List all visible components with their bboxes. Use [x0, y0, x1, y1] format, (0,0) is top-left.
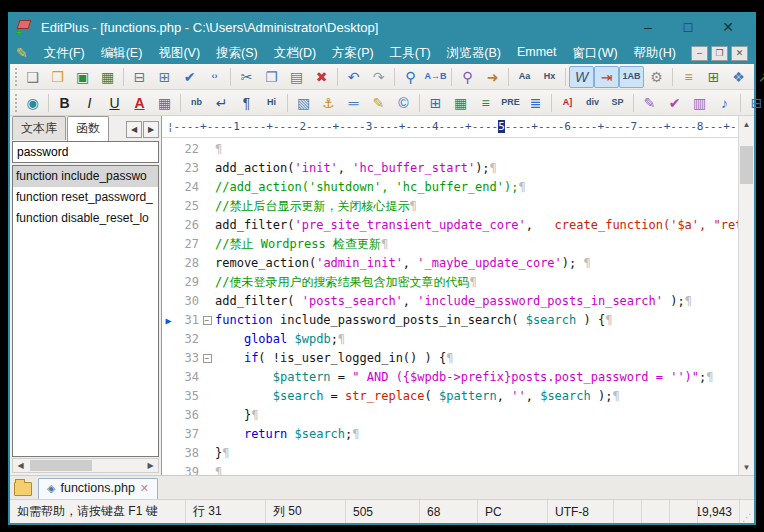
browser-button[interactable]: ◉: [20, 92, 45, 114]
menu-item-5[interactable]: 文档(D): [266, 43, 324, 64]
menu-item-2[interactable]: 编辑(E): [93, 43, 151, 64]
find-button[interactable]: ⚲: [398, 66, 423, 88]
cut-button[interactable]: ✂: [234, 66, 259, 88]
split-window-button[interactable]: ⊞: [701, 66, 726, 88]
word-wrap-button[interactable]: W: [569, 66, 594, 88]
auto-indent-button[interactable]: ⇥: [594, 66, 619, 88]
sidebar-tab-scroll-right-button[interactable]: ▶: [143, 121, 159, 138]
function-list-item[interactable]: function disable_reset_lo: [13, 208, 158, 229]
heading-button[interactable]: Hi: [259, 92, 284, 114]
scrollbar-thumb[interactable]: [30, 460, 92, 471]
delete-button[interactable]: ✖: [309, 66, 334, 88]
code-text: return $search;¶: [215, 425, 738, 444]
text-field-button[interactable]: ⊟: [744, 92, 764, 114]
underline-button[interactable]: U: [102, 92, 127, 114]
minimize-button[interactable]: –: [628, 13, 668, 41]
editor-vertical-scrollbar[interactable]: ▲ ▼: [738, 116, 754, 475]
fold-toggle-icon[interactable]: −: [199, 311, 215, 330]
open-file-button[interactable]: ❒: [45, 66, 70, 88]
horizontal-rule-button[interactable]: ═: [341, 92, 366, 114]
preformatted-button[interactable]: PRE: [498, 92, 523, 114]
menu-item-4[interactable]: 搜索(S): [208, 43, 266, 64]
sidebar-horizontal-scrollbar[interactable]: ◀ ▶: [12, 458, 159, 473]
anchor-button[interactable]: ⚓: [316, 92, 341, 114]
save-all-button[interactable]: ▦: [95, 66, 120, 88]
scroll-right-icon[interactable]: ▶: [143, 459, 158, 472]
menu-item-8[interactable]: 浏览器(B): [439, 43, 509, 64]
mdi-close-button[interactable]: ✕: [731, 46, 748, 61]
insert-audio-button[interactable]: ♪: [712, 92, 737, 114]
menu-item-1[interactable]: 文件(F): [36, 43, 93, 64]
view-in-browser-button[interactable]: ↗: [751, 66, 764, 88]
undo-button[interactable]: ↶: [341, 66, 366, 88]
html-tags-button[interactable]: ‹›: [202, 66, 227, 88]
sidebar-tab-cliptext[interactable]: 文本库: [12, 116, 66, 140]
new-file-button[interactable]: ❑: [20, 66, 45, 88]
tab-functions-php[interactable]: ◈ functions.php ✕: [38, 478, 158, 499]
insert-video-button[interactable]: ▥: [687, 92, 712, 114]
non-breaking-space-button[interactable]: nb: [184, 92, 209, 114]
maximize-button[interactable]: □: [668, 13, 708, 41]
bold-button[interactable]: B: [52, 92, 77, 114]
insert-image-button[interactable]: ▧: [291, 92, 316, 114]
insert-note-button[interactable]: ✎: [366, 92, 391, 114]
form-field-button[interactable]: ✎: [637, 92, 662, 114]
color-palette-button[interactable]: ▦: [152, 92, 177, 114]
find-in-files-button[interactable]: ⚲: [455, 66, 480, 88]
italic-button[interactable]: I: [77, 92, 102, 114]
goto-line-button[interactable]: ➜: [480, 66, 505, 88]
div-tag-button[interactable]: div: [580, 92, 605, 114]
menu-item-6[interactable]: 方案(P): [324, 43, 382, 64]
span-tag-button[interactable]: SP: [605, 92, 630, 114]
sidebar-tab-functions[interactable]: 函数: [67, 116, 109, 141]
print-preview-button[interactable]: ⊟: [127, 66, 152, 88]
copyright-char-button[interactable]: ©: [391, 92, 416, 114]
fold-toggle-icon[interactable]: −: [199, 349, 215, 368]
spell-check-button[interactable]: ✔: [177, 66, 202, 88]
save-button[interactable]: ▣: [70, 66, 95, 88]
line-break-button[interactable]: ↵: [209, 92, 234, 114]
font-tag-button[interactable]: A]: [555, 92, 580, 114]
line-numbers-button[interactable]: 1AB: [619, 66, 644, 88]
toolbar-separator: [508, 68, 509, 86]
hex-viewer-button[interactable]: Hx: [537, 66, 562, 88]
table-cell-button[interactable]: ▦: [448, 92, 473, 114]
code-editor[interactable]: 22¶23add_action('init', 'hc_buffer_start…: [162, 138, 738, 475]
align-center-button[interactable]: ≡: [473, 92, 498, 114]
draw-check-button[interactable]: ✔: [662, 92, 687, 114]
scrollbar-track[interactable]: [28, 459, 143, 472]
mdi-restore-button[interactable]: ❐: [711, 46, 728, 61]
menu-item-7[interactable]: 工具(T): [382, 43, 439, 64]
scrollbar-track[interactable]: [739, 132, 754, 459]
sidebar-tab-scroll-left-button[interactable]: ◀: [126, 121, 142, 138]
resize-grip[interactable]: ⋰: [740, 500, 754, 523]
scroll-down-icon[interactable]: ▼: [739, 459, 754, 475]
folder-icon[interactable]: [14, 482, 32, 496]
scroll-left-icon[interactable]: ◀: [13, 459, 28, 472]
document-tabs-button[interactable]: ≡: [676, 66, 701, 88]
tab-close-icon[interactable]: ✕: [140, 482, 149, 495]
menu-item-3[interactable]: 视图(V): [150, 43, 208, 64]
font-color-button[interactable]: A: [127, 92, 152, 114]
print-button[interactable]: ⊞: [152, 66, 177, 88]
close-button[interactable]: ✕: [708, 13, 748, 41]
function-list-item[interactable]: function reset_password_: [13, 187, 158, 208]
insert-table-button[interactable]: ⊞: [423, 92, 448, 114]
preferences-button[interactable]: ⚙: [644, 66, 669, 88]
browser-toggle-button[interactable]: ❖: [726, 66, 751, 88]
redo-button[interactable]: ↷: [366, 66, 391, 88]
menu-item-10[interactable]: 窗口(W): [564, 43, 625, 64]
scroll-up-icon[interactable]: ▲: [739, 116, 754, 132]
copy-button[interactable]: ❐: [259, 66, 284, 88]
menu-item-9[interactable]: Emmet: [509, 43, 565, 64]
menu-item-11[interactable]: 帮助(H): [626, 43, 684, 64]
function-filter-input[interactable]: [12, 141, 159, 163]
bullet-list-button[interactable]: ≣: [523, 92, 548, 114]
mdi-minimize-button[interactable]: –: [691, 46, 708, 61]
paragraph-button[interactable]: ¶: [234, 92, 259, 114]
paste-button[interactable]: ▤: [284, 66, 309, 88]
function-list-item[interactable]: function include_passwo: [13, 166, 158, 187]
select-font-button[interactable]: Aa: [512, 66, 537, 88]
replace-button[interactable]: A→B: [423, 66, 448, 88]
scrollbar-thumb[interactable]: [740, 146, 753, 184]
